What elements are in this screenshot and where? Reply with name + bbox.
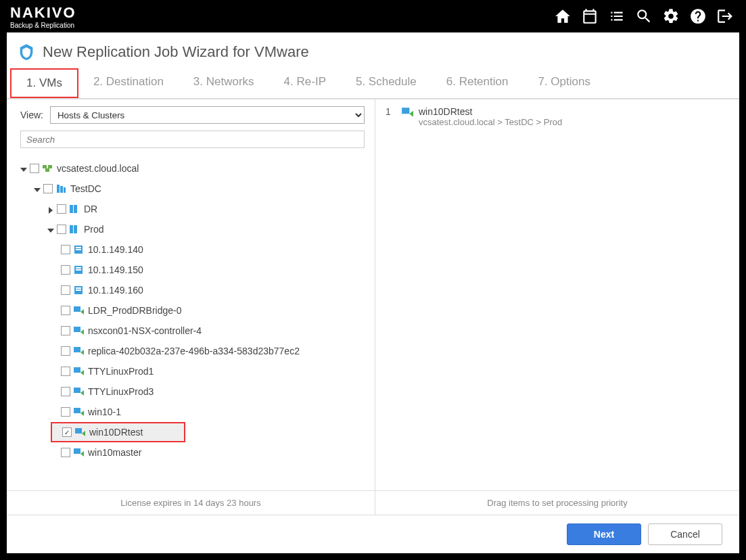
svg-rect-7 [74,205,77,213]
tree-vm[interactable]: win10master [7,442,375,463]
checkbox[interactable] [61,346,70,356]
host-icon [73,284,85,296]
checkbox[interactable] [61,407,70,417]
drag-hint: Drag items to set processing priority [375,490,739,515]
tree-label: 10.1.149.160 [88,285,143,296]
vm-icon [73,386,85,398]
left-panel: View: Hosts & Clusters vcsatest.cloud.lo… [7,99,375,515]
view-label: View: [20,110,43,120]
svg-rect-5 [64,187,66,193]
expand-icon[interactable] [47,225,55,233]
checkbox[interactable] [43,184,53,193]
checkbox[interactable] [61,285,70,295]
tab-schedule[interactable]: 5. Schedule [341,68,432,98]
tree-label: TestDC [70,183,101,194]
tree-vm[interactable]: LDR_ProdDRBridge-0 [7,300,375,321]
svg-rect-2 [45,168,49,172]
tab-retention[interactable]: 6. Retention [432,68,523,98]
next-button[interactable]: Next [567,523,641,545]
vm-icon [73,325,85,337]
tree-vm[interactable]: TTYLinuxProd1 [7,361,375,381]
license-text: License expires in 14 days 23 hours [7,490,375,515]
gear-icon[interactable] [660,5,682,27]
checkbox[interactable] [61,245,70,254]
item-number: 1 [386,106,396,127]
vm-icon [73,304,85,317]
checkbox[interactable] [61,265,70,275]
title-bar: New Replication Job Wizard for VMware [7,32,739,68]
calendar-icon[interactable] [579,5,601,27]
tree-label: Prod [84,224,104,235]
cancel-button[interactable]: Cancel [648,523,722,545]
home-icon[interactable] [552,5,574,27]
collapse-icon[interactable] [47,205,55,213]
tree-cluster-prod[interactable]: Prod [7,219,375,239]
logo-sub: Backup & Replication [10,22,76,29]
tree-label: TTYLinuxProd1 [88,366,154,377]
tab-options[interactable]: 7. Options [523,68,605,98]
checkbox[interactable] [61,326,70,335]
tree-vm-selected[interactable]: win10DRtest [51,422,185,442]
checkbox[interactable] [61,367,70,376]
list-icon[interactable] [606,5,628,27]
tree-vm[interactable]: win10-1 [7,402,375,422]
tree-vm[interactable]: nsxcon01-NSX-controller-4 [7,321,375,341]
tree-label: win10-1 [88,406,121,417]
svg-rect-25 [75,428,82,434]
cluster-icon [69,223,81,235]
svg-rect-27 [402,108,409,114]
tree-vm[interactable]: TTYLinuxProd3 [7,381,375,402]
svg-rect-4 [60,186,63,193]
svg-rect-11 [76,247,81,248]
checkbox[interactable] [62,427,72,437]
expand-icon[interactable] [34,185,42,193]
checkbox[interactable] [57,225,66,234]
checkbox[interactable] [57,204,66,214]
tab-destination[interactable]: 2. Destination [78,68,179,98]
tree-datacenter[interactable]: TestDC [7,179,375,199]
item-name: win10DRtest [419,106,729,117]
svg-rect-24 [74,408,80,413]
search-icon[interactable] [633,5,655,27]
tree-host[interactable]: 10.1.149.160 [7,280,375,300]
selected-vm-item[interactable]: 1 win10DRtest vcsatest.cloud.local > Tes… [375,99,739,134]
wizard-icon [17,43,36,62]
right-panel: 1 win10DRtest vcsatest.cloud.local > Tes… [375,99,739,515]
tree-host[interactable]: 10.1.149.150 [7,260,375,280]
view-select[interactable]: Hosts & Clusters [50,106,365,124]
tab-networks[interactable]: 3. Networks [179,68,269,98]
logout-icon[interactable] [714,5,736,27]
tree-label: vcsatest.cloud.local [57,163,139,174]
svg-rect-6 [70,205,73,213]
tree-label: TTYLinuxProd3 [88,386,154,397]
svg-rect-1 [48,165,52,168]
checkbox[interactable] [61,387,70,396]
main-panel: New Replication Job Wizard for VMware 1.… [7,32,739,553]
vm-icon [73,345,85,357]
checkbox[interactable] [61,448,70,457]
tab-reip[interactable]: 4. Re-IP [269,68,341,98]
tab-vms[interactable]: 1. VMs [10,68,78,98]
svg-rect-14 [76,267,81,269]
svg-rect-3 [57,185,60,193]
svg-rect-18 [76,289,81,291]
tree-vm[interactable]: replica-402b032a-237e-496b-a334-583d23b7… [7,341,375,361]
help-icon[interactable] [687,5,709,27]
tree-label: LDR_ProdDRBridge-0 [88,305,182,316]
tree-label: win10master [88,447,141,458]
vm-icon [73,365,85,377]
tree-vcenter[interactable]: vcsatest.cloud.local [7,158,375,179]
vm-tree: vcsatest.cloud.local TestDC DR [7,155,375,490]
expand-icon[interactable] [20,164,28,172]
checkbox[interactable] [30,164,39,173]
vm-icon [73,406,85,418]
tree-host[interactable]: 10.1.149.140 [7,239,375,260]
search-input[interactable] [20,131,365,148]
logo-main: NAKIVO [10,4,76,22]
button-bar: Next Cancel [7,515,739,553]
svg-rect-23 [74,388,80,393]
tree-cluster-dr[interactable]: DR [7,199,375,219]
header-toolbar [552,5,736,27]
tree-label: replica-402b032a-237e-496b-a334-583d23b7… [88,346,300,356]
checkbox[interactable] [61,306,70,315]
